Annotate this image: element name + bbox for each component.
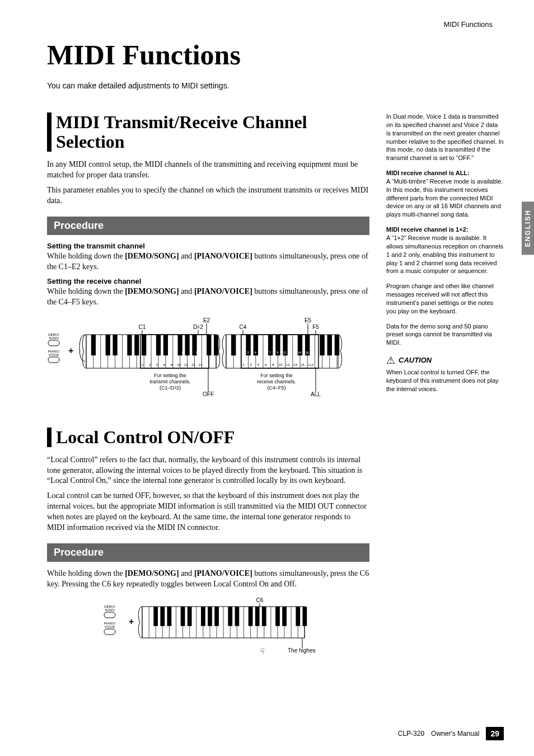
svg-text:4: 4 — [153, 351, 155, 354]
section-heading-local-control: Local Control ON/OFF — [47, 428, 369, 447]
svg-text:C4: C4 — [240, 324, 247, 330]
language-tab: ENGLISH — [522, 201, 534, 255]
svg-text:E2: E2 — [203, 317, 210, 323]
side-notes: In Dual mode, Voice 1 data is transmitte… — [386, 112, 504, 676]
svg-text:10: 10 — [177, 363, 181, 367]
side-note: Data for the demo song and 50 piano pres… — [386, 322, 504, 348]
svg-text:VOICE: VOICE — [49, 353, 59, 356]
button-ref: [DEMO/SONG] — [125, 252, 179, 260]
running-header: MIDI Functions — [47, 20, 504, 29]
svg-text:7: 7 — [269, 351, 271, 354]
text: While holding down the — [47, 569, 125, 577]
svg-rect-106 — [335, 335, 339, 355]
svg-text:VOICE: VOICE — [105, 625, 115, 628]
svg-rect-171 — [228, 607, 232, 626]
svg-text:For setting the: For setting the — [260, 373, 293, 378]
caution-body: When Local control is turned OFF, the ke… — [386, 368, 504, 393]
svg-text:D♯2: D♯2 — [193, 324, 203, 330]
svg-text:13: 13 — [293, 363, 297, 367]
svg-text:4: 4 — [255, 351, 256, 354]
svg-rect-165 — [167, 607, 172, 626]
caution-heading: ⚠ CAUTION — [386, 354, 504, 367]
svg-rect-129 — [104, 629, 115, 635]
svg-rect-54 — [127, 335, 132, 355]
svg-rect-56 — [142, 335, 146, 355]
side-note: In Dual mode, Voice 1 data is transmitte… — [386, 112, 504, 162]
svg-text:+: + — [129, 617, 134, 626]
body-para: Local control can be turned OFF, however… — [47, 491, 369, 533]
svg-rect-104 — [320, 335, 324, 355]
side-note: MIDI receive channel is ALL:A “Multi-tim… — [386, 169, 504, 219]
svg-rect-175 — [262, 607, 266, 626]
svg-rect-166 — [181, 607, 185, 626]
svg-rect-63 — [214, 335, 218, 355]
svg-text:7: 7 — [168, 351, 170, 354]
button-ref: [PIANO/VOICE] — [194, 569, 252, 577]
button-ref: [PIANO/VOICE] — [194, 252, 252, 260]
svg-text:2: 2 — [146, 351, 148, 354]
svg-rect-169 — [208, 607, 212, 626]
svg-rect-126 — [104, 612, 115, 618]
svg-text:F5: F5 — [312, 324, 319, 330]
svg-rect-163 — [153, 607, 158, 626]
svg-rect-174 — [255, 607, 260, 626]
svg-rect-178 — [296, 607, 300, 626]
svg-rect-62 — [207, 335, 211, 355]
body-para: “Local Control” refers to the fact that,… — [47, 455, 369, 487]
svg-text:10: 10 — [279, 363, 283, 367]
svg-text:9: 9 — [175, 351, 177, 354]
side-note: Program change and other like channel me… — [386, 282, 504, 315]
warning-icon: ⚠ — [386, 354, 395, 367]
body-para: While holding down the [DEMO/SONG] and [… — [47, 569, 369, 590]
body-para: While holding down the [DEMO/SONG] and [… — [47, 251, 369, 273]
svg-rect-52 — [106, 335, 110, 355]
procedure-bar: Procedure — [47, 543, 369, 562]
svg-rect-5 — [48, 357, 59, 363]
text: While holding down the — [47, 287, 125, 295]
svg-text:OFF: OFF — [203, 391, 214, 397]
doc-name: Owner's Manual — [431, 730, 479, 738]
svg-rect-179 — [303, 607, 307, 626]
plus-icon: + — [68, 346, 73, 355]
sub-heading-receive: Setting the receive channel — [47, 277, 369, 285]
text: and — [179, 252, 194, 260]
button-ref: [DEMO/SONG] — [125, 287, 179, 295]
text: While holding down the — [47, 252, 125, 260]
page-title: MIDI Functions — [47, 39, 504, 71]
svg-rect-60 — [185, 335, 189, 355]
svg-text:14: 14 — [298, 351, 301, 354]
svg-text:1+2: 1+2 — [308, 363, 313, 367]
svg-text:15: 15 — [199, 363, 203, 367]
svg-text:13: 13 — [191, 363, 195, 367]
svg-text:C1: C1 — [139, 324, 146, 330]
svg-text:SONG: SONG — [105, 608, 115, 612]
body-para: In any MIDI control setup, the MIDI chan… — [47, 159, 369, 181]
svg-rect-164 — [160, 607, 165, 626]
procedure-bar: Procedure — [47, 217, 369, 235]
svg-rect-51 — [91, 335, 96, 355]
body-para: While holding down the [DEMO/SONG] and [… — [47, 287, 369, 308]
svg-rect-58 — [163, 335, 168, 355]
svg-text:14: 14 — [196, 351, 199, 354]
intro-text: You can make detailed adjustments to MID… — [47, 81, 504, 90]
svg-text:The highest key: The highest key — [288, 647, 316, 654]
svg-text:16: 16 — [203, 351, 207, 354]
caution-label: CAUTION — [399, 355, 432, 365]
model-number: CLP-320 — [398, 730, 424, 738]
keyboard-figure-local-control: DEMO/SONG PIANO/VOICE + C6 — [47, 597, 369, 660]
section-heading-transmit-receive: MIDI Transmit/Receive Channel Selection — [47, 112, 369, 152]
svg-text:ALL: ALL — [311, 391, 321, 397]
svg-rect-53 — [113, 335, 117, 355]
body-para: This parameter enables you to specify th… — [47, 185, 369, 206]
svg-text:2: 2 — [247, 351, 249, 354]
svg-text:C6: C6 — [256, 597, 264, 603]
svg-rect-55 — [134, 335, 139, 355]
svg-text:(C1–D♯2): (C1–D♯2) — [160, 385, 181, 391]
svg-text:(C4–F5): (C4–F5) — [267, 385, 285, 391]
svg-rect-168 — [201, 607, 205, 626]
svg-text:receive channels.: receive channels. — [257, 379, 296, 384]
svg-rect-170 — [214, 607, 219, 626]
button-ref: [DEMO/SONG] — [125, 569, 179, 577]
svg-rect-105 — [327, 335, 332, 355]
page-footer: CLP-320 Owner's Manual 29 — [398, 727, 504, 740]
